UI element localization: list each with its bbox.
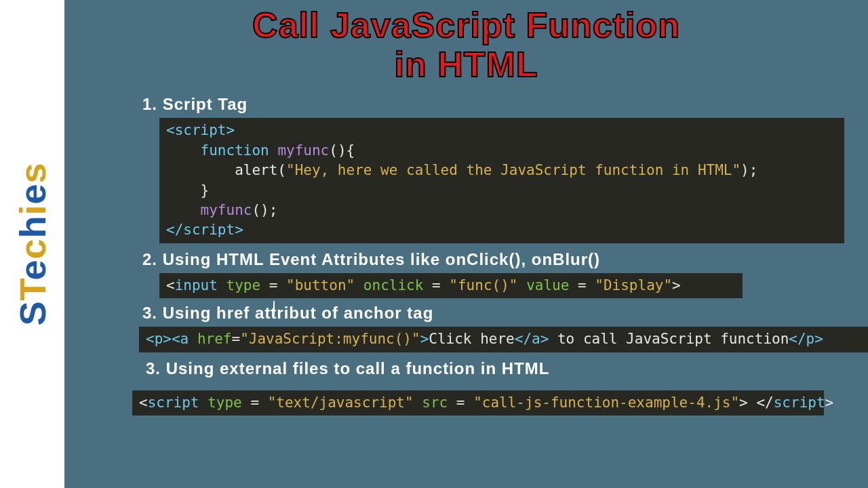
brand-logo: STechies (12, 162, 54, 325)
code-block-anchor-href: <p><a href="JavaScript:myfunc()">Click h… (139, 327, 868, 352)
section-heading-1: 1. Script Tag (142, 95, 854, 114)
section-heading-2: 2. Using HTML Event Attributes like onCl… (142, 250, 854, 269)
code-block-event-attr: <input type = "button" onclick = "func()… (159, 273, 743, 298)
section-heading-4: 3. Using external files to call a functi… (146, 359, 854, 378)
slide-content: Call JavaScript Function in HTML 1. Scri… (64, 0, 868, 488)
code-block-script-tag: <script> function myfunc(){ alert("Hey, … (159, 118, 844, 243)
code-block-external-file: <script type = "text/javascript" src = "… (132, 390, 824, 415)
title-line-1: Call JavaScript Function (252, 5, 680, 45)
caret-icon (273, 301, 275, 316)
page-title: Call JavaScript Function in HTML (78, 5, 854, 84)
title-line-2: in HTML (394, 45, 538, 84)
section-heading-3: 3. Using href attribut of anchor tag (142, 304, 854, 323)
sidebar: STechies (0, 0, 64, 488)
